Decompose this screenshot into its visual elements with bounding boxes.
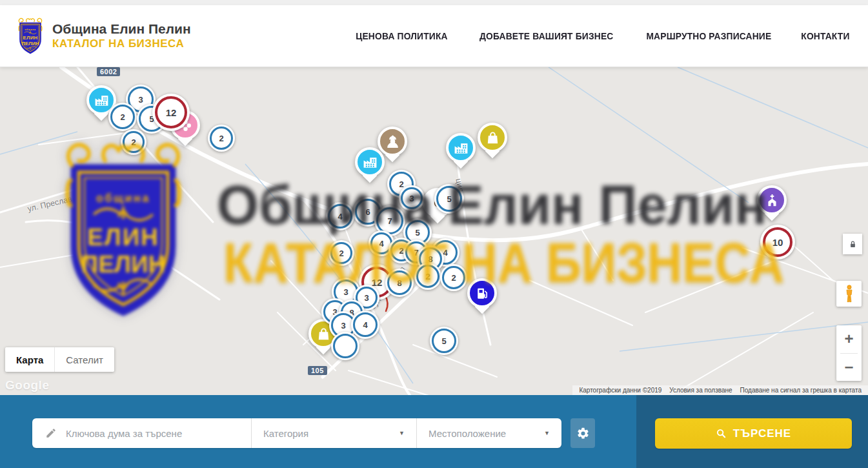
shopping-bag-icon [478, 123, 507, 152]
advanced-settings-button[interactable] [570, 418, 595, 448]
factory-marker[interactable] [446, 133, 476, 170]
shopping-bag-marker[interactable] [478, 123, 507, 160]
attribution-terms-link[interactable]: Условия за ползване [665, 387, 736, 394]
road-number-label: 6002 [97, 67, 120, 76]
cluster-marker[interactable] [331, 332, 359, 360]
cluster-count: 4 [338, 212, 342, 221]
cluster-marker[interactable]: 2 [328, 240, 354, 266]
cluster-marker[interactable]: 8 [385, 269, 414, 297]
cluster-count: 2 [219, 134, 223, 143]
map-type-map-button[interactable]: Карта [5, 347, 54, 372]
nav-item-0[interactable]: ЦЕНОВА ПОЛИТИКА [356, 30, 447, 41]
cluster-count: 10 [772, 237, 783, 248]
search-icon [716, 428, 727, 439]
nav-item-2[interactable]: МАРШРУТНО РАЗПИСАНИЕ [647, 30, 772, 41]
cluster-marker[interactable]: 5 [434, 184, 464, 214]
main-nav: ЦЕНОВА ПОЛИТИКАДОБАВЕТЕ ВАШИЯТ БИЗНЕСМАР… [352, 30, 852, 41]
google-logo[interactable]: Google [5, 378, 49, 392]
zoom-control: + − [836, 325, 862, 381]
factory-icon [446, 133, 476, 163]
location-select[interactable]: Местоположение ▼ [417, 418, 561, 448]
cluster-marker[interactable]: 3 [399, 185, 425, 211]
cluster-count: 7 [387, 216, 392, 226]
location-select-value: Местоположение [429, 428, 506, 439]
church-marker[interactable] [757, 185, 787, 223]
map-type-satellite-button[interactable]: Сателит [54, 347, 114, 372]
cluster-count: 3 [364, 293, 368, 303]
cluster-count: 4 [379, 239, 383, 249]
cluster-count: 2 [451, 273, 456, 283]
cluster-marker[interactable]: 12 [152, 94, 190, 131]
logo-text: Община Елин Пелин КАТАЛОГ НА БИЗНЕСА [52, 21, 191, 50]
cluster-count: 12 [166, 107, 177, 118]
chevron-down-icon: ▼ [399, 430, 405, 436]
cluster-marker[interactable]: 2 [108, 103, 137, 131]
cluster-count: 2 [131, 137, 136, 147]
cluster-count: 8 [397, 278, 401, 288]
cluster-marker[interactable]: 4 [351, 310, 379, 339]
cluster-count: 3 [409, 194, 414, 203]
cluster-count: 2 [399, 179, 403, 189]
nav-item-1[interactable]: ДОБАВЕТЕ ВАШИЯТ БИЗНЕС [479, 30, 613, 41]
cluster-marker[interactable]: 4 [326, 202, 354, 230]
chevron-down-icon: ▼ [544, 430, 550, 436]
road-number-label: 105 [308, 366, 327, 375]
emblem-name-line1: ЕЛИН [23, 34, 37, 40]
cluster-marker[interactable]: 2 [121, 129, 146, 155]
category-select[interactable]: Категория ▼ [252, 418, 417, 448]
fuel-marker[interactable] [467, 278, 497, 316]
pencil-icon [45, 427, 57, 439]
church-icon [757, 185, 787, 215]
cluster-count: 6 [365, 207, 370, 217]
cluster-marker[interactable]: 2 [440, 264, 467, 291]
zoom-in-button[interactable]: + [836, 325, 862, 353]
cluster-marker[interactable]: 2 [414, 263, 441, 290]
attribution-data: Картографски данни ©2019 [575, 387, 665, 394]
logo-title: Община Елин Пелин [52, 21, 191, 37]
attribution-report-link[interactable]: Подаване на сигнал за грешка в картата [736, 387, 865, 394]
cluster-count: 2 [339, 249, 343, 258]
cluster-count: 5 [447, 194, 451, 204]
lock-icon [848, 239, 858, 249]
search-bar: Категория ▼ Местоположение ▼ ТЪРСЕНЕ [0, 395, 868, 468]
search-button-label: ТЪРСЕНЕ [733, 427, 791, 440]
cluster-count: 5 [415, 228, 419, 238]
keyword-field-wrap [32, 418, 252, 448]
factory-marker[interactable] [355, 147, 385, 185]
cluster-marker[interactable]: 5 [430, 327, 458, 355]
cluster-marker[interactable]: 10 [760, 225, 795, 259]
pegman-button[interactable] [836, 281, 862, 307]
search-button[interactable]: ТЪРСЕНЕ [655, 418, 852, 449]
top-strip [0, 0, 868, 5]
search-box: Категория ▼ Местоположение ▼ [32, 418, 561, 448]
page: община ЕЛИН ПЕЛИН Община Елин Пелин КАТА… [0, 0, 868, 468]
cluster-marker[interactable]: 2 [208, 125, 235, 152]
map-attribution: Картографски данни ©2019 Условия за полз… [572, 385, 868, 395]
map-type-control: Карта Сателит [5, 347, 114, 372]
zoom-out-button[interactable]: − [836, 354, 862, 382]
cluster-count: 4 [363, 320, 367, 330]
nav-item-3[interactable]: КОНТАКТИ [801, 30, 849, 41]
gear-icon [576, 427, 590, 440]
category-select-value: Категория [263, 428, 308, 439]
keyword-search-input[interactable] [65, 427, 243, 440]
logo-subtitle: КАТАЛОГ НА БИЗНЕСА [52, 37, 191, 50]
cluster-count: 3 [341, 321, 345, 331]
emblem-name-line2: ПЕЛИН [21, 40, 39, 46]
map-canvas[interactable]: 6002105ул. Преславбул. „Новоселция 32512… [0, 67, 868, 395]
cluster-count: 2 [120, 112, 125, 122]
fuel-icon [467, 278, 497, 308]
municipality-emblem-icon: община ЕЛИН ПЕЛИН [16, 17, 45, 56]
lock-button[interactable] [843, 234, 862, 254]
cluster-count: 3 [343, 287, 348, 297]
cluster-count: 5 [441, 336, 446, 346]
site-logo[interactable]: община ЕЛИН ПЕЛИН Община Елин Пелин КАТА… [16, 17, 191, 56]
cluster-count: 2 [425, 272, 430, 281]
emblem-word-top: община [25, 28, 36, 30]
factory-icon [355, 147, 385, 177]
cluster-count: 3 [138, 95, 143, 105]
pegman-icon [842, 284, 856, 303]
header: община ЕЛИН ПЕЛИН Община Елин Пелин КАТА… [0, 5, 868, 67]
